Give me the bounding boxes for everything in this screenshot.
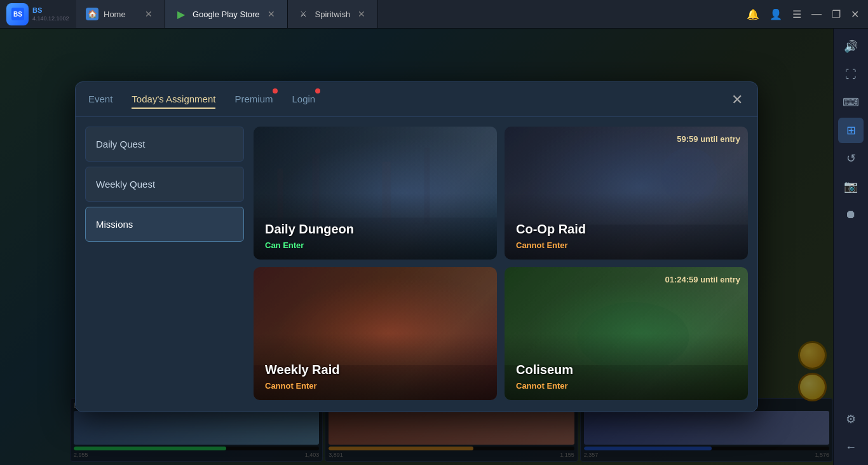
home-tab-label: Home xyxy=(104,10,126,19)
tab-todays-assignment[interactable]: Today's Assignment xyxy=(132,90,215,109)
nav-missions[interactable]: Missions xyxy=(85,207,244,242)
browser-tabs: 🏠 Home ✕ ▶ Google Play Store ✕ ⚔ Spiritw… xyxy=(76,0,738,28)
modal-body: Daily Quest Weekly Quest Missions xyxy=(76,117,757,410)
co-op-raid-status: Cannot Enter xyxy=(516,240,736,250)
bluestacks-logo-text: BS 4.140.12.1002 xyxy=(32,6,69,21)
daily-dungeon-title: Daily Dungeon xyxy=(265,222,485,237)
sidebar-settings-button[interactable]: ⚙ xyxy=(838,406,864,432)
right-sidebar: 🔊 ⛶ ⌨ ⊞ ↺ 📷 ⏺ ⚙ ← xyxy=(833,29,868,465)
restore-button[interactable]: ❐ xyxy=(829,6,843,23)
minimize-button[interactable]: — xyxy=(809,6,824,22)
notification-button[interactable]: 🔔 xyxy=(744,6,762,23)
spiritwish-tab-close[interactable]: ✕ xyxy=(355,8,368,20)
window-actions: 🔔 👤 ☰ — ❐ ✕ xyxy=(738,6,868,23)
spiritwish-tab-icon: ⚔ xyxy=(297,8,310,20)
content-grid: Daily Dungeon Can Enter xyxy=(254,127,748,400)
svg-text:BS: BS xyxy=(13,11,22,18)
play-store-tab-label: Google Play Store xyxy=(193,10,260,19)
tab-event[interactable]: Event xyxy=(88,90,112,109)
tab-google-play-store[interactable]: ▶ Google Play Store ✕ xyxy=(165,0,288,28)
nav-daily-quest[interactable]: Daily Quest xyxy=(85,127,244,162)
home-tab-icon: 🏠 xyxy=(86,8,98,20)
modal-close-button[interactable]: ✕ xyxy=(726,88,748,111)
tab-login[interactable]: Login xyxy=(292,90,315,109)
co-op-raid-content: 59:59 until entry Co-Op Raid Cannot Ente… xyxy=(505,127,748,260)
weekly-raid-title: Weekly Raid xyxy=(265,363,485,377)
weekly-raid-content: Weekly Raid Cannot Enter xyxy=(254,267,497,400)
close-window-button[interactable]: ✕ xyxy=(848,6,862,23)
modal-tab-bar: Event Today's Assignment Premium Login ✕ xyxy=(76,82,757,117)
weekly-raid-status: Cannot Enter xyxy=(265,381,485,391)
bluestacks-logo-icon: BS xyxy=(6,3,29,25)
tab-home[interactable]: 🏠 Home ✕ xyxy=(76,0,165,28)
nav-weekly-quest[interactable]: Weekly Quest xyxy=(85,167,244,202)
sidebar-grid-button[interactable]: ⊞ xyxy=(838,118,864,143)
sidebar-volume-button[interactable]: 🔊 xyxy=(838,34,864,59)
assignment-modal: Event Today's Assignment Premium Login ✕… xyxy=(75,81,758,412)
account-button[interactable]: 👤 xyxy=(767,6,785,23)
sidebar-screenshot-button[interactable]: 📷 xyxy=(838,174,864,199)
coliseum-card[interactable]: 01:24:59 until entry Coliseum Cannot Ent… xyxy=(505,267,748,400)
co-op-raid-title: Co-Op Raid xyxy=(516,222,736,237)
sidebar-bottom: ⚙ ← xyxy=(838,406,864,460)
bluestacks-logo: BS BS 4.140.12.1002 xyxy=(0,3,76,25)
play-store-tab-icon: ▶ xyxy=(175,8,187,20)
sidebar-back-button[interactable]: ← xyxy=(838,434,864,460)
modal-left-navigation: Daily Quest Weekly Quest Missions xyxy=(85,127,244,400)
login-notification-dot xyxy=(315,88,320,94)
play-store-tab-close[interactable]: ✕ xyxy=(265,8,278,20)
daily-dungeon-status: Can Enter xyxy=(265,240,485,250)
home-tab-close[interactable]: ✕ xyxy=(142,8,155,20)
daily-dungeon-card[interactable]: Daily Dungeon Can Enter xyxy=(254,127,497,260)
premium-notification-dot xyxy=(273,88,278,94)
co-op-raid-card[interactable]: 59:59 until entry Co-Op Raid Cannot Ente… xyxy=(505,127,748,260)
sidebar-rotate-button[interactable]: ↺ xyxy=(838,146,864,171)
bluestacks-topbar: BS BS 4.140.12.1002 🏠 Home ✕ ▶ Google Pl… xyxy=(0,0,868,29)
menu-button[interactable]: ☰ xyxy=(790,6,804,23)
tab-premium[interactable]: Premium xyxy=(234,90,273,109)
spiritwish-tab-label: Spiritwish xyxy=(315,10,351,19)
sidebar-fullscreen-button[interactable]: ⛶ xyxy=(838,62,864,87)
coliseum-status: Cannot Enter xyxy=(516,381,736,391)
sidebar-keyboard-button[interactable]: ⌨ xyxy=(838,90,864,115)
modal-overlay: Event Today's Assignment Premium Login ✕… xyxy=(0,29,833,465)
coliseum-title: Coliseum xyxy=(516,363,736,377)
daily-dungeon-content: Daily Dungeon Can Enter xyxy=(254,127,497,260)
co-op-raid-timer: 59:59 until entry xyxy=(677,134,740,144)
sidebar-record-button[interactable]: ⏺ xyxy=(838,202,864,227)
tab-spiritwish[interactable]: ⚔ Spiritwish ✕ xyxy=(288,0,379,28)
coliseum-content: 01:24:59 until entry Coliseum Cannot Ent… xyxy=(505,267,748,400)
weekly-raid-card[interactable]: Weekly Raid Cannot Enter xyxy=(254,267,497,400)
coliseum-timer: 01:24:59 until entry xyxy=(665,275,741,284)
